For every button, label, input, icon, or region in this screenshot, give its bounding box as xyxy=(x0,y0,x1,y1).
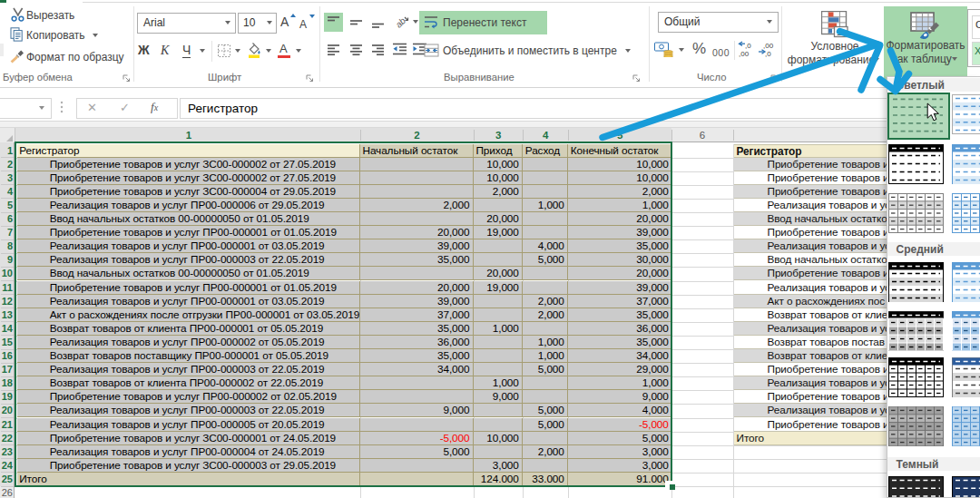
register-cell[interactable]: 10,000 xyxy=(568,171,671,185)
register-cell[interactable]: 1,000 xyxy=(523,199,568,212)
register-cell[interactable] xyxy=(523,459,568,473)
cell-style-preview[interactable]: С xyxy=(972,15,980,39)
register-row-label[interactable]: Возврат товаров от клиента ПР00-000001 о… xyxy=(17,322,360,336)
register-row-label[interactable]: Реализация товаров и услуг ПР00-000003 о… xyxy=(17,363,360,376)
register-cell[interactable] xyxy=(523,158,568,171)
register-table[interactable]: РегистраторНачальный остатокПриходРасход… xyxy=(17,144,672,487)
row-header-25[interactable]: 25 xyxy=(0,473,13,486)
register-cell[interactable]: 9,000 xyxy=(360,404,474,417)
table-style-tile[interactable] xyxy=(888,357,944,397)
register-row-label[interactable]: Приобретение товаров и услуг ЗС00-000001… xyxy=(17,432,360,445)
table-style-tile[interactable] xyxy=(888,262,944,302)
register-cell[interactable] xyxy=(523,171,568,185)
alignment-dialog-launcher-icon[interactable] xyxy=(632,74,641,83)
row-header-17[interactable]: 17 xyxy=(0,363,13,376)
decrease-decimal-button[interactable]: ,00,0 xyxy=(758,41,775,59)
register-row-label[interactable]: Реализация товаров и услуг ПР00-000001 о… xyxy=(17,295,360,308)
register-cell[interactable]: 36,000 xyxy=(360,336,474,349)
table-style-tile[interactable] xyxy=(888,193,944,233)
merge-center-button[interactable]: Объединить и поместить в центре xyxy=(419,39,635,63)
bold-button[interactable]: Ж xyxy=(138,42,154,60)
comma-style-button[interactable]: 000 xyxy=(712,44,732,58)
table-style-tile-selected[interactable] xyxy=(887,93,950,141)
register-row-label[interactable]: Акт о расхождениях после отгрузки ПР00-0… xyxy=(17,308,360,322)
row-header-14[interactable]: 14 xyxy=(0,322,13,336)
table-style-tile[interactable] xyxy=(888,476,944,498)
register-cell[interactable]: 36,000 xyxy=(568,322,671,336)
register-cell[interactable]: 35,000 xyxy=(568,336,671,349)
register-cell[interactable] xyxy=(360,185,474,199)
register-cell[interactable]: 19,000 xyxy=(474,281,523,295)
register-cell[interactable]: 29,000 xyxy=(568,363,671,376)
borders-button[interactable] xyxy=(217,44,232,59)
row-header-9[interactable]: 9 xyxy=(0,253,13,267)
register-cell[interactable]: -5,000 xyxy=(568,418,671,432)
register-cell[interactable]: 5,000 xyxy=(523,418,568,432)
register-cell[interactable]: 1,000 xyxy=(523,349,568,363)
align-bottom-button[interactable] xyxy=(368,13,387,32)
register-cell[interactable]: 39,000 xyxy=(568,226,671,239)
table-style-tile[interactable] xyxy=(952,311,980,351)
font-size-combo[interactable]: 10 xyxy=(238,13,277,34)
row-header-4[interactable]: 4 xyxy=(0,185,13,199)
register-cell[interactable]: 39,000 xyxy=(360,239,474,253)
register-cell[interactable]: 2,000 xyxy=(568,185,671,199)
register-cell[interactable] xyxy=(474,349,523,363)
register-cell[interactable]: 5,000 xyxy=(523,253,568,267)
register-row-label[interactable]: Возврат товаров от клиента ПР00-000002 о… xyxy=(17,376,360,390)
register-cell[interactable] xyxy=(523,212,568,226)
row-header-6[interactable]: 6 xyxy=(0,212,13,226)
name-box-dropdown-icon[interactable] xyxy=(39,106,44,110)
underline-dropdown-icon[interactable] xyxy=(200,49,205,53)
italic-button[interactable]: К xyxy=(161,42,177,60)
align-middle-button[interactable] xyxy=(347,13,366,32)
register-cell[interactable]: 35,000 xyxy=(360,349,474,363)
register-cell[interactable] xyxy=(360,390,474,404)
register-cell[interactable] xyxy=(474,199,523,212)
register-cell[interactable]: 5,000 xyxy=(523,404,568,417)
register-cell[interactable]: 2,000 xyxy=(523,445,568,459)
register-cell[interactable]: 3,000 xyxy=(568,459,671,473)
register-cell[interactable] xyxy=(474,253,523,267)
register-header-cell[interactable]: Регистратор xyxy=(17,144,360,158)
table-style-tile[interactable] xyxy=(952,94,980,134)
register-cell[interactable] xyxy=(474,445,523,459)
register-row-label[interactable]: Реализация товаров и услуг ПР00-000003 о… xyxy=(17,253,360,267)
row-header-22[interactable]: 22 xyxy=(0,432,13,445)
register-cell[interactable] xyxy=(523,322,568,336)
register-cell[interactable] xyxy=(360,376,474,390)
orientation-dropdown-icon[interactable] xyxy=(413,20,418,24)
table-style-tile[interactable] xyxy=(952,262,980,302)
align-right-button[interactable] xyxy=(368,41,387,60)
register-cell[interactable]: 20,000 xyxy=(474,212,523,226)
register-cell[interactable]: 4,000 xyxy=(568,404,671,417)
row-header-7[interactable]: 7 xyxy=(0,226,13,239)
align-left-button[interactable] xyxy=(324,41,343,60)
column-header-4[interactable]: 4 xyxy=(527,130,564,142)
register-cell[interactable]: 20,000 xyxy=(474,267,523,280)
register-cell[interactable]: 10,000 xyxy=(474,432,523,445)
register-cell[interactable]: 20,000 xyxy=(568,267,671,280)
conditional-formatting-button[interactable]: Условное форматирование xyxy=(787,7,883,67)
register-row-label[interactable]: Реализация товаров и услуг ПР00-000004 о… xyxy=(17,445,360,459)
register-cell[interactable]: 5,000 xyxy=(568,432,671,445)
accounting-dropdown-icon[interactable] xyxy=(679,48,684,52)
register-row-label[interactable]: Реализация товаров и услуг ПР00-000006 о… xyxy=(17,199,360,212)
register-cell[interactable]: 30,000 xyxy=(568,253,671,267)
register-cell[interactable] xyxy=(523,432,568,445)
table-style-tile[interactable] xyxy=(952,406,980,446)
register-cell[interactable]: 39,000 xyxy=(360,295,474,308)
cancel-icon[interactable]: ✕ xyxy=(87,101,97,114)
borders-dropdown-icon[interactable] xyxy=(235,49,240,53)
row-header-8[interactable]: 8 xyxy=(0,239,13,253)
register-cell[interactable]: 3,000 xyxy=(568,445,671,459)
row-header-15[interactable]: 15 xyxy=(0,336,13,349)
column-headers[interactable]: 123456 xyxy=(0,127,980,142)
register-cell[interactable] xyxy=(360,459,474,473)
register-row-label[interactable]: Приобретение товаров и услуг ЗС00-000003… xyxy=(17,459,360,473)
register-cell[interactable]: 34,000 xyxy=(568,349,671,363)
align-center-button[interactable] xyxy=(347,41,366,60)
underline-button[interactable]: Ч xyxy=(182,42,197,60)
register-cell[interactable]: 1,000 xyxy=(568,376,671,390)
shrink-font-button[interactable]: А xyxy=(299,14,315,31)
